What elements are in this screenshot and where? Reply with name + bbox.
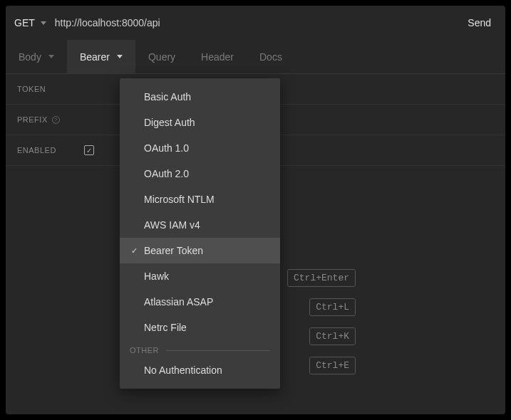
auth-option[interactable]: Netrc File [120,315,280,340]
auth-type-dropdown: Basic AuthDigest AuthOAuth 1.0OAuth 2.0M… [120,78,280,389]
tab-header[interactable]: Header [188,40,247,73]
keyboard-shortcut: Ctrl+E [309,357,356,374]
shortcut-row: Ctrl+L [309,298,356,316]
tab-label: Bearer [80,51,110,63]
auth-option-label: Basic Auth [144,91,270,103]
auth-option-label: OAuth 1.0 [144,142,270,154]
shortcut-hints: Ctrl+EnterCtrl+LCtrl+KCtrl+E [287,269,356,374]
tab-body[interactable]: Body [6,40,67,73]
chevron-down-icon [117,55,123,58]
auth-option-label: OAuth 2.0 [144,168,270,179]
help-icon[interactable]: ? [52,116,60,124]
tab-docs[interactable]: Docs [247,40,295,73]
auth-option[interactable]: Microsoft NTLM [120,187,280,212]
tab-auth[interactable]: Bearer [67,40,135,73]
shortcut-row: Ctrl+E [309,357,356,374]
auth-option[interactable]: OAuth 1.0 [120,135,280,161]
chevron-down-icon [48,55,54,58]
check-icon: ✓ [130,246,138,256]
url-input[interactable] [55,17,454,28]
auth-option[interactable]: Digest Auth [120,110,280,135]
auth-option[interactable]: ✓Bearer Token [120,238,280,263]
tab-query[interactable]: Query [135,40,188,73]
auth-option[interactable]: AWS IAM v4 [120,212,280,238]
auth-option[interactable]: OAuth 2.0 [120,161,280,187]
auth-option-label: Netrc File [144,322,270,333]
shortcut-row: Ctrl+K [309,327,356,345]
auth-option[interactable]: No Authentication [120,357,280,383]
prefix-label: PREFIX ? [17,115,67,124]
auth-option[interactable]: Basic Auth [120,84,280,110]
auth-option-label: Microsoft NTLM [144,194,270,205]
auth-option[interactable]: Atlassian ASAP [120,289,280,315]
divider [166,350,270,351]
auth-option-label: No Authentication [144,364,270,376]
tab-label: Body [19,51,41,63]
chevron-down-icon [41,21,46,25]
auth-option-label: AWS IAM v4 [144,219,270,231]
method-label: GET [14,17,35,28]
tabs: Body Bearer Query Header Docs [6,40,505,74]
auth-option-label: Bearer Token [144,245,270,256]
shortcut-row: Ctrl+Enter [287,269,356,287]
app-window: GET Send Body Bearer Query Header Docs T… [6,6,505,414]
enabled-label: ENABLED [17,146,67,154]
keyboard-shortcut: Ctrl+K [309,327,356,345]
auth-option-label: Hawk [144,271,270,282]
auth-option[interactable]: Hawk [120,263,280,289]
keyboard-shortcut: Ctrl+L [309,298,356,316]
dropdown-section-header: OTHER [120,340,280,357]
method-select[interactable]: GET [14,17,46,28]
keyboard-shortcut: Ctrl+Enter [287,269,356,287]
auth-option-label: Digest Auth [144,117,270,128]
token-label: TOKEN [17,85,67,93]
enabled-checkbox[interactable]: ✓ [84,145,94,155]
url-bar: GET Send [6,6,505,40]
auth-option-label: Atlassian ASAP [144,296,270,308]
send-button[interactable]: Send [462,14,497,31]
